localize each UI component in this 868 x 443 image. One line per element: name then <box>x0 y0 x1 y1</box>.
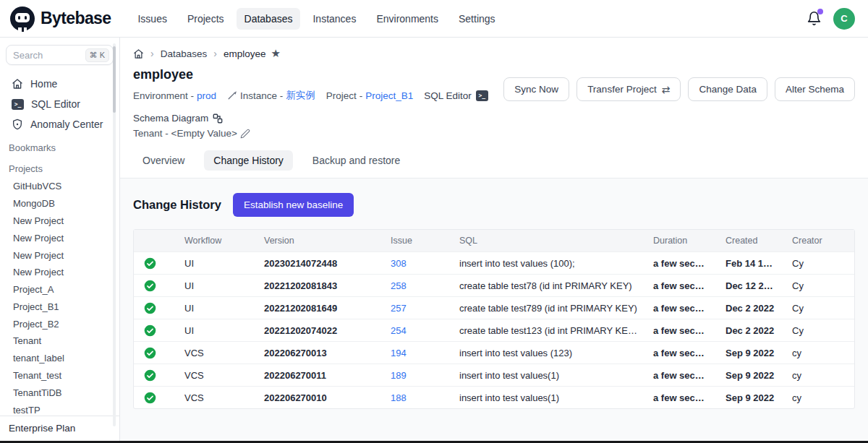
schema-diagram-icon <box>213 113 223 124</box>
topnav-item-instances[interactable]: Instances <box>305 8 364 30</box>
sidebar-project-tenant[interactable]: Tenant <box>0 332 119 350</box>
column-header-version: Version <box>254 230 380 252</box>
projects-section-label: Projects <box>0 155 119 176</box>
edit-pencil-icon[interactable] <box>240 129 250 139</box>
establish-baseline-button[interactable]: Establish new baseline <box>233 193 354 217</box>
top-navigation-bar: Bytebase IssuesProjectsDatabasesInstance… <box>0 0 868 38</box>
change-history-row[interactable]: UI20221202074022254create table test123 … <box>134 319 854 342</box>
creator-cell: cy <box>782 364 854 387</box>
sidebar-project-project-a[interactable]: Project_A <box>0 281 119 298</box>
created-cell: Sep 9 2022 <box>715 387 782 409</box>
search-input[interactable] <box>13 50 77 61</box>
topnav-item-settings[interactable]: Settings <box>451 8 503 30</box>
environment-link[interactable]: prod <box>197 90 216 101</box>
sidebar-item-home[interactable]: Home <box>0 74 119 94</box>
sidebar-project-project-b2[interactable]: Project_B2 <box>0 315 119 332</box>
topnav-item-projects[interactable]: Projects <box>179 8 232 30</box>
schema-diagram-link[interactable]: Schema Diagram <box>133 113 223 124</box>
sidebar-project-project-b1[interactable]: Project_B1 <box>0 298 119 315</box>
project-link[interactable]: Project_B1 <box>365 90 413 101</box>
change-history-row[interactable]: UI20221202081649257create table test789 … <box>134 297 854 319</box>
sidebar-item-anomaly-center[interactable]: Anomaly Center <box>0 114 119 134</box>
notifications-button[interactable] <box>807 9 822 29</box>
version-cell: 20230214072448 <box>254 252 380 275</box>
topnav-item-environments[interactable]: Environments <box>368 8 446 30</box>
sidebar-item-sql-editor[interactable]: >_ SQL Editor <box>0 94 119 114</box>
version-cell: 20221202074022 <box>254 319 380 342</box>
project-label: Project - <box>326 90 362 101</box>
workflow-cell: UI <box>174 297 254 319</box>
change-history-row[interactable]: VCS202206270010188insert into test value… <box>134 387 854 409</box>
swap-icon: ⇄ <box>662 84 671 95</box>
sidebar-project-tenanttidb[interactable]: TenantTiDB <box>0 384 119 401</box>
sidebar-project-new-project[interactable]: New Project <box>0 229 119 246</box>
enterprise-plan-label[interactable]: Enterprise Plan <box>0 416 119 443</box>
issue-cell[interactable]: 254 <box>380 319 449 342</box>
bookmarks-section-label: Bookmarks <box>0 134 119 155</box>
creator-cell: cy <box>782 387 854 409</box>
sidebar-project-new-project[interactable]: New Project <box>0 246 119 264</box>
sidebar-project-tenant-test[interactable]: Tenant_test <box>0 367 119 384</box>
search-shortcut-badge: ⌘ K <box>85 48 109 62</box>
change-data-button[interactable]: Change Data <box>688 77 767 101</box>
issue-cell[interactable]: 257 <box>380 297 449 319</box>
issue-cell[interactable]: 194 <box>380 342 449 364</box>
schema-diagram-label: Schema Diagram <box>133 113 208 124</box>
change-history-panel: Change History Establish new baseline Wo… <box>120 179 868 443</box>
status-cell <box>134 252 174 275</box>
change-history-row[interactable]: UI20230214072448308insert into test valu… <box>134 252 854 275</box>
tenant-label: Tenant - <Empty Value> <box>133 128 237 139</box>
header-actions: Sync NowTransfer Project⇄Change DataAlte… <box>503 77 855 101</box>
sql-cell: create table test78 (id int PRIMARY KEY) <box>449 275 643 297</box>
tab-overview[interactable]: Overview <box>133 150 194 171</box>
success-check-icon <box>144 302 156 314</box>
sidebar-project-new-project[interactable]: New Project <box>0 212 119 230</box>
main-content: › Databases › employee ★ employee Enviro… <box>120 38 868 443</box>
bytebase-logo-icon <box>10 7 35 31</box>
change-history-row[interactable]: UI20221202081843258create table test78 (… <box>134 275 854 297</box>
breadcrumb-separator: › <box>150 48 154 59</box>
topnav-item-issues[interactable]: Issues <box>129 8 174 30</box>
version-cell: 202206270010 <box>254 387 380 409</box>
success-check-icon <box>144 347 156 359</box>
change-history-row[interactable]: VCS202206270013194insert into test value… <box>134 342 854 364</box>
created-cell: Dec 2 2022 <box>715 297 782 319</box>
bytebase-logo[interactable]: Bytebase <box>10 7 111 31</box>
sidebar-item-label: Home <box>30 78 57 90</box>
topnav-item-databases[interactable]: Databases <box>237 8 301 30</box>
sidebar-project-tenant-label[interactable]: tenant_label <box>0 350 119 367</box>
home-icon <box>12 78 23 90</box>
user-avatar[interactable]: C <box>833 8 855 30</box>
change-history-row[interactable]: VCS202206270011189insert into test value… <box>134 364 854 387</box>
database-header: employee Environment - prod Instance - 新… <box>133 67 503 139</box>
search-box[interactable]: ⌘ K <box>6 45 114 65</box>
sidebar-project-new-project[interactable]: New Project <box>0 264 119 281</box>
bookmark-star-icon[interactable]: ★ <box>271 47 280 60</box>
home-breadcrumb-icon[interactable] <box>133 48 144 59</box>
instance-link[interactable]: 新实例 <box>286 89 315 102</box>
created-cell: Sep 9 2022 <box>715 342 782 364</box>
sync-now-button[interactable]: Sync Now <box>503 77 569 101</box>
meta-line-2: Tenant - <Empty Value> <box>133 128 503 139</box>
success-check-icon <box>144 324 156 337</box>
breadcrumb-databases[interactable]: Databases <box>161 48 208 59</box>
instance-label: Instance - <box>240 90 283 101</box>
issue-cell[interactable]: 258 <box>380 275 449 297</box>
sql-cell: insert into test values (100); <box>449 252 643 275</box>
sidebar-project-githubvcs[interactable]: GitHubVCS <box>0 178 119 195</box>
sidebar-project-mongodb[interactable]: MongoDB <box>0 195 119 212</box>
project-list: GitHubVCSMongoDBNew ProjectNew ProjectNe… <box>0 178 119 436</box>
issue-cell[interactable]: 189 <box>380 364 449 387</box>
breadcrumb: › Databases › employee ★ <box>133 47 855 60</box>
tab-change-history[interactable]: Change History <box>204 150 293 171</box>
tab-backup-and-restore[interactable]: Backup and restore <box>303 150 409 171</box>
alter-schema-button[interactable]: Alter Schema <box>775 77 855 101</box>
brand-name: Bytebase <box>41 9 111 28</box>
transfer-project-button[interactable]: Transfer Project⇄ <box>576 77 681 101</box>
sidebar-scrollbar-thumb[interactable] <box>113 46 116 113</box>
status-cell <box>134 387 174 409</box>
issue-cell[interactable]: 308 <box>380 252 449 275</box>
sql-editor-link[interactable]: SQL Editor >_ <box>424 90 488 101</box>
created-cell: Dec 2 2022 <box>715 319 782 342</box>
issue-cell[interactable]: 188 <box>380 387 449 409</box>
